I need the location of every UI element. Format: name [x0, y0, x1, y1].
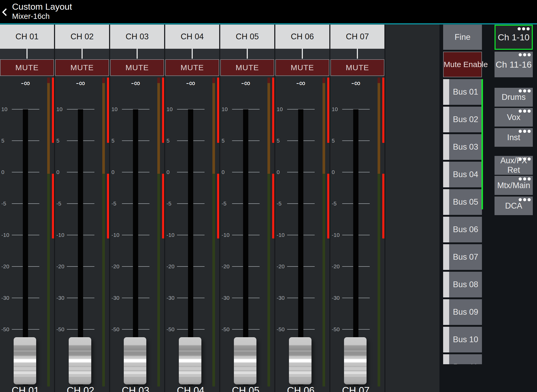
bus-button-label: Bus 04	[449, 162, 482, 187]
bus-button-label: Bus 03	[449, 134, 482, 160]
channel-header[interactable]: CH 07	[330, 25, 384, 49]
fader-scale-label: -30	[332, 295, 342, 301]
page-title: Custom Layout	[12, 2, 72, 12]
bus-button-label: Bus 02	[449, 107, 482, 132]
fader-handle[interactable]	[69, 337, 91, 384]
mute-button[interactable]: MUTE	[55, 59, 109, 76]
fader-scale-label: -5	[332, 200, 342, 207]
bus-indicator-stripe	[443, 189, 449, 215]
pan-strip[interactable]	[55, 49, 109, 59]
mute-button[interactable]: MUTE	[220, 59, 274, 76]
channel-label: CH 06	[280, 385, 322, 392]
fader-scale-label: 5	[332, 138, 342, 144]
bus-button[interactable]: Bus 07	[443, 244, 482, 270]
group-tab-label: Mtx/Main	[495, 176, 533, 195]
mute-button[interactable]: MUTE	[165, 59, 219, 76]
fader-handle[interactable]	[344, 337, 367, 384]
group-tab-dca[interactable]: DCA	[495, 197, 533, 215]
level-meter-zones	[212, 78, 215, 83]
level-meter-zones	[157, 174, 160, 386]
pan-strip[interactable]	[330, 49, 384, 59]
pan-strip[interactable]	[0, 49, 54, 59]
bus-indicator-stripe	[443, 134, 449, 160]
group-tab-ch-1-10[interactable]: Ch 1-10	[495, 25, 533, 50]
pan-center-tick	[26, 49, 28, 59]
mute-button[interactable]: MUTE	[275, 59, 329, 76]
channel-header[interactable]: CH 03	[110, 25, 164, 49]
group-tab-mtx-main[interactable]: Mtx/Main	[495, 176, 533, 195]
bus-indicator-stripe	[443, 162, 449, 187]
fader-handle[interactable]	[234, 337, 256, 384]
fader-scale-label: 10	[277, 106, 287, 112]
fader-scale-label: -10	[332, 232, 342, 238]
mute-button[interactable]: MUTE	[0, 59, 54, 76]
level-meter-zones	[323, 83, 325, 174]
bus-button[interactable]: Bus 01	[443, 79, 482, 105]
channel-header[interactable]: CH 02	[55, 25, 109, 49]
fader-scale-label: -5	[1, 200, 11, 207]
top-bar: Custom Layout Mixer-16ch	[0, 0, 537, 23]
level-meter-zones	[378, 83, 380, 174]
fader-scale-label: 0	[332, 169, 342, 175]
group-tab-label: Inst	[495, 128, 533, 147]
channel-strip: CH 05 MUTE -∞ 1050-5-10-20-30-50 CH 05	[220, 24, 274, 392]
level-meter-zones	[102, 83, 105, 174]
bus-indicator-stripe	[443, 354, 449, 364]
bus-button[interactable]: Bus 08	[443, 272, 482, 297]
fader-handle[interactable]	[14, 337, 36, 384]
pan-center-tick	[247, 49, 248, 59]
fader-scale-label: 0	[222, 169, 232, 175]
fader-scale-label: -30	[222, 295, 232, 301]
fader-scale-label: -30	[1, 295, 11, 301]
fader-scale-label: 0	[111, 169, 121, 175]
fader-handle[interactable]	[179, 337, 201, 384]
group-tab-vox[interactable]: Vox	[495, 108, 533, 127]
chevron-left-icon	[2, 8, 10, 16]
fader-scale-label: 10	[1, 106, 11, 112]
bus-indicator-stripe	[443, 327, 449, 352]
group-tab-label: Drums	[495, 88, 533, 107]
group-tab-ch-11-16[interactable]: Ch 11-16	[495, 52, 533, 77]
bus-button[interactable]: Bus 02	[443, 107, 482, 132]
pan-strip[interactable]	[110, 49, 164, 59]
level-meter-zones	[323, 78, 325, 83]
bus-scrollbar[interactable]	[481, 79, 483, 209]
channel-header[interactable]: CH 04	[165, 25, 219, 49]
bus-button[interactable]: Bus 05	[443, 189, 482, 215]
pan-strip[interactable]	[220, 49, 274, 59]
fader-handle[interactable]	[289, 337, 312, 384]
group-tab-drums[interactable]: Drums	[495, 88, 533, 107]
back-button[interactable]	[0, 0, 12, 23]
bus-indicator-stripe	[443, 299, 449, 325]
bus-indicator-stripe	[443, 107, 449, 132]
bus-button[interactable]: Bus 09	[443, 299, 482, 325]
fader-scale-label: 0	[1, 169, 11, 175]
fader-handle[interactable]	[124, 337, 146, 384]
fader-scale-label: -50	[167, 326, 176, 333]
fader-scale-label: 5	[56, 138, 66, 144]
bus-button[interactable]: Bus 10	[443, 327, 482, 352]
bus-button[interactable]: Bus 04	[443, 162, 482, 187]
bus-button[interactable]: Bus 11	[443, 354, 482, 364]
level-meter-zones	[323, 174, 325, 386]
fine-button[interactable]: Fine	[443, 25, 482, 50]
channel-header[interactable]: CH 01	[0, 25, 54, 49]
channel-label: CH 02	[60, 385, 101, 392]
channel-header[interactable]: CH 05	[220, 25, 274, 49]
pan-strip[interactable]	[165, 49, 219, 59]
pan-strip[interactable]	[275, 49, 329, 59]
channel-header[interactable]: CH 06	[275, 25, 329, 49]
channel-strip: CH 03 MUTE -∞ 1050-5-10-20-30-50 CH 03	[110, 24, 164, 392]
bus-indicator-stripe	[443, 244, 449, 270]
mute-button[interactable]: MUTE	[330, 59, 384, 76]
group-tab-aux-fx-ret[interactable]: Aux/FX Ret	[495, 156, 533, 175]
bus-button[interactable]: Bus 06	[443, 217, 482, 242]
mute-enable-button[interactable]: Mute Enable	[443, 52, 482, 77]
fader-scale-label: 5	[167, 138, 176, 144]
fader-scale-label: 10	[332, 106, 342, 112]
bus-button[interactable]: Bus 03	[443, 134, 482, 160]
group-tab-inst[interactable]: Inst	[495, 128, 533, 147]
channel-label: CH 04	[170, 385, 212, 392]
mute-button[interactable]: MUTE	[110, 59, 164, 76]
fader-scale-label: 10	[167, 106, 176, 112]
